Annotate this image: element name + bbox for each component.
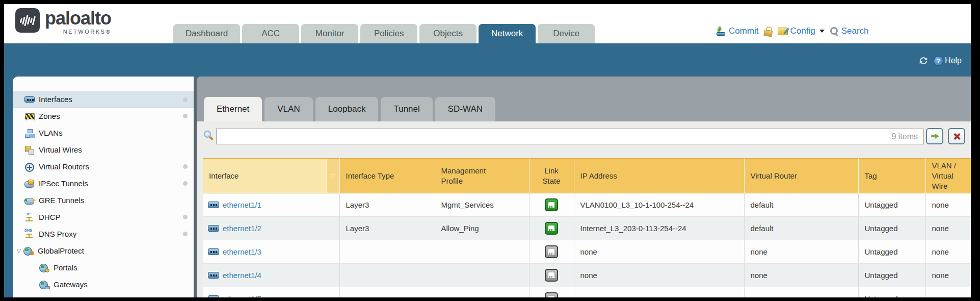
- subtab-ethernet[interactable]: Ethernet: [204, 97, 262, 121]
- sidebar-item-label: Interfaces: [39, 95, 72, 104]
- interface-link[interactable]: ethernet1/5: [223, 294, 261, 297]
- sidebar-item-ipsec-tunnels[interactable]: IPSec Tunnels: [13, 175, 194, 192]
- green-arrow-icon: [931, 134, 939, 139]
- table-row[interactable]: ethernet1/2 Layer3 Allow_Ping Internet_L…: [203, 217, 971, 240]
- port-glyph: [548, 249, 554, 255]
- item-dot: [183, 181, 188, 186]
- apply-filter-button[interactable]: [926, 128, 943, 144]
- column-header-management-profile[interactable]: Management Profile: [435, 159, 529, 193]
- refresh-icon[interactable]: [918, 56, 929, 66]
- sidebar-item-dns-proxy[interactable]: DNS Proxy: [13, 225, 194, 242]
- sidebar-item-label: Virtual Wires: [39, 145, 82, 154]
- cell-vlan: none: [925, 240, 971, 264]
- paloalto-logo: paloalto NETWORKS®: [15, 8, 111, 35]
- interface-link[interactable]: ethernet1/4: [223, 271, 261, 280]
- column-header-ip-address[interactable]: IP Address: [574, 159, 744, 193]
- item-dot: [183, 215, 188, 219]
- subtab-sdwan[interactable]: SD-WAN: [435, 97, 495, 121]
- sidebar-item-label: GRE Tunnels: [39, 196, 84, 205]
- sidebar-item-gateways[interactable]: Gateways: [13, 276, 194, 293]
- sidebar-item-virtual-wires[interactable]: Virtual Wires: [13, 141, 194, 158]
- cell-vlan: none: [925, 264, 971, 287]
- link-state-down-icon: [545, 292, 558, 297]
- cell-tag: Untagged: [858, 217, 925, 240]
- column-header-interface[interactable]: Interface ▽: [203, 159, 339, 193]
- filter-input[interactable]: [216, 129, 924, 144]
- subtab-loopback[interactable]: Loopback: [315, 97, 379, 121]
- search-button[interactable]: Search: [830, 26, 869, 36]
- config-menu-button[interactable]: Config: [778, 26, 825, 36]
- port-glyph: [548, 272, 554, 278]
- sidebar-item-dhcp[interactable]: DHCP: [13, 209, 194, 225]
- cell-interface-type: Layer3: [339, 193, 435, 217]
- filter-magnifier-icon[interactable]: [204, 131, 211, 138]
- sidebar-item-label: Portals: [54, 263, 77, 272]
- table-header-row: Interface ▽ Interface Type Management Pr…: [203, 159, 971, 193]
- tab-acc[interactable]: ACC: [242, 24, 299, 43]
- tab-device[interactable]: Device: [538, 24, 595, 43]
- tab-policies[interactable]: Policies: [360, 24, 417, 43]
- cell-tag: Untagged: [858, 287, 925, 298]
- port-glyph: [548, 202, 554, 208]
- interface-link[interactable]: ethernet1/2: [223, 224, 261, 233]
- ethernet-interface-icon: [208, 295, 219, 297]
- interface-link[interactable]: ethernet1/1: [223, 200, 261, 209]
- table-row[interactable]: ethernet1/5 none none Untagged none: [203, 287, 971, 298]
- help-button[interactable]: ? Help: [934, 56, 962, 66]
- sidebar-item-gre-tunnels[interactable]: GRE Tunnels: [13, 192, 194, 209]
- tab-dashboard[interactable]: Dashboard: [173, 24, 240, 43]
- column-header-virtual-router[interactable]: Virtual Router: [744, 159, 858, 193]
- gre-tunnels-icon: [24, 196, 35, 205]
- lock-icon[interactable]: [763, 26, 773, 36]
- item-dot: [183, 114, 188, 118]
- red-x-icon: [953, 133, 961, 140]
- table-row[interactable]: ethernet1/4 none none Untagged none: [203, 264, 971, 287]
- cell-management-profile: Mgmt_Services: [435, 193, 529, 217]
- config-folder-icon: [778, 28, 787, 36]
- ethernet-interface-icon: [208, 202, 219, 208]
- sidebar-item-vlans[interactable]: VLANs: [13, 124, 194, 141]
- cell-virtual-router: none: [744, 264, 858, 287]
- commit-button[interactable]: Commit: [717, 26, 759, 36]
- ethernet-interface-icon: [208, 272, 219, 279]
- sidebar-item-label: DHCP: [39, 213, 61, 221]
- cell-vlan: none: [925, 287, 971, 298]
- interfaces-table: Interface ▽ Interface Type Management Pr…: [203, 158, 971, 297]
- column-header-tag[interactable]: Tag: [858, 159, 925, 193]
- cell-interface-type: [339, 240, 435, 264]
- sidebar-item-portals[interactable]: Portals: [13, 259, 194, 276]
- expander-icon[interactable]: ▽: [15, 247, 22, 254]
- chevron-down-icon: [819, 30, 825, 33]
- sidebar-item-globalprotect[interactable]: ▽ GlobalProtect: [13, 242, 194, 259]
- link-state-down-icon: [545, 269, 558, 282]
- brand-networks: NETWORKS®: [63, 29, 111, 35]
- sidebar-item-zones[interactable]: Zones: [13, 108, 194, 124]
- gateways-icon: [39, 281, 49, 289]
- cell-virtual-router: none: [744, 240, 858, 264]
- tab-monitor[interactable]: Monitor: [301, 24, 358, 43]
- tab-objects[interactable]: Objects: [419, 24, 476, 43]
- sort-dropdown-button[interactable]: ▽: [326, 159, 339, 193]
- sidebar-item-virtual-routers[interactable]: Virtual Routers: [13, 158, 194, 175]
- sidebar-item-label: VLANs: [39, 129, 63, 137]
- brand-word: paloalto: [45, 8, 111, 29]
- paloalto-logo-icon: [15, 8, 40, 33]
- column-header-link-state[interactable]: Link State: [529, 159, 574, 193]
- tab-network[interactable]: Network: [479, 24, 536, 43]
- link-state-up-icon: [545, 198, 558, 211]
- table-row[interactable]: ethernet1/3 none none Untagged none: [203, 240, 971, 264]
- column-header-vlan-virtual-wire[interactable]: VLAN / Virtual Wire: [925, 159, 971, 193]
- interface-link[interactable]: ethernet1/3: [223, 247, 261, 256]
- portals-icon: [39, 264, 49, 272]
- column-header-interface-type[interactable]: Interface Type: [339, 159, 435, 193]
- subtab-vlan[interactable]: VLAN: [264, 97, 312, 121]
- filter-bar: 9 items: [197, 121, 971, 153]
- screenshot-frame: paloalto NETWORKS® Dashboard ACC Monitor…: [0, 0, 980, 301]
- subtab-tunnel[interactable]: Tunnel: [381, 97, 432, 121]
- sidebar-item-interfaces[interactable]: Interfaces: [13, 91, 194, 108]
- ipsec-tunnels-icon: [24, 180, 35, 188]
- clear-filter-button[interactable]: [948, 128, 965, 144]
- band-actions: ? Help: [918, 56, 962, 66]
- table-row[interactable]: ethernet1/1 Layer3 Mgmt_Services VLAN010…: [203, 193, 971, 217]
- header-actions: Commit Config Search: [717, 26, 869, 37]
